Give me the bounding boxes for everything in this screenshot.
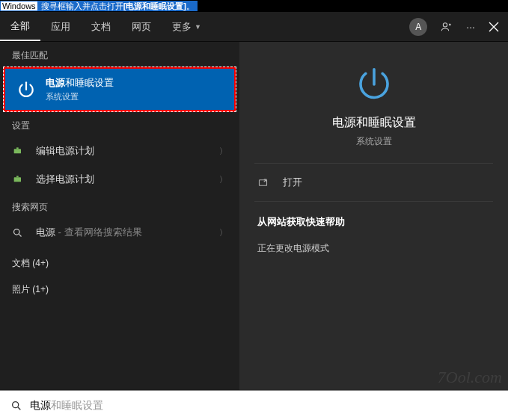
svg-rect-2: [16, 147, 19, 149]
banner-text: 搜寻框输入并点击打开[电源和睡眠设置]。: [38, 1, 198, 11]
preview-title: 电源和睡眠设置: [254, 115, 493, 131]
photos-category[interactable]: 照片 (1+): [0, 273, 239, 299]
row-label: 编辑电源计划: [36, 144, 219, 158]
settings-item-edit-plan[interactable]: 编辑电源计划 〉: [0, 137, 239, 165]
row-label: 选择电源计划: [36, 173, 219, 186]
preview-subtitle: 系统设置: [254, 135, 493, 148]
best-match-item[interactable]: 电源和睡眠设置 系统设置: [3, 67, 236, 112]
svg-point-7: [13, 401, 19, 407]
best-match-text: 电源和睡眠设置 系统设置: [46, 76, 114, 102]
tab-web[interactable]: 网页: [121, 12, 162, 41]
svg-rect-3: [14, 177, 21, 182]
chevron-down-icon: ▼: [195, 23, 201, 31]
best-match-title: 电源和睡眠设置: [46, 76, 114, 90]
help-title: 从网站获取快速帮助: [257, 215, 490, 229]
tab-apps[interactable]: 应用: [40, 12, 81, 41]
search-bar[interactable]: 电源和睡眠设置: [0, 390, 508, 420]
search-input-suggestion: 和睡眠设置: [51, 399, 103, 413]
filter-tabs: 全部 应用 文档 网页 更多 ▼: [0, 12, 212, 41]
svg-rect-1: [14, 149, 21, 153]
search-icon: [12, 227, 27, 238]
documents-category[interactable]: 文档 (4+): [0, 247, 239, 273]
open-icon: [257, 177, 275, 188]
best-match-subtitle: 系统设置: [46, 91, 114, 102]
open-label: 打开: [283, 176, 302, 189]
battery-edit-icon: [12, 145, 27, 157]
web-search-item[interactable]: 电源 - 查看网络搜索结果 〉: [0, 218, 239, 247]
results-panel: 最佳匹配 电源和睡眠设置 系统设置 设置 编辑电源计划 〉 选择电源计划 〉: [0, 42, 239, 390]
help-section: 从网站获取快速帮助 正在更改电源模式: [254, 202, 493, 271]
settings-label: 设置: [0, 112, 239, 137]
power-icon: [354, 64, 394, 105]
topbar-right: A ···: [409, 18, 508, 36]
search-input-typed: 电源: [30, 399, 51, 413]
options-icon[interactable]: ···: [466, 21, 475, 33]
top-bar: 全部 应用 文档 网页 更多 ▼ A ···: [0, 12, 508, 42]
chevron-right-icon: 〉: [219, 146, 227, 157]
search-icon: [10, 400, 22, 412]
svg-rect-4: [16, 176, 19, 177]
main-area: 最佳匹配 电源和睡眠设置 系统设置 设置 编辑电源计划 〉 选择电源计划 〉: [0, 42, 508, 390]
svg-rect-6: [260, 179, 267, 185]
row-label: 电源 - 查看网络搜索结果: [36, 226, 219, 239]
svg-point-0: [444, 22, 447, 26]
help-link[interactable]: 正在更改电源模式: [257, 239, 490, 258]
preview-header: 电源和睡眠设置 系统设置: [254, 57, 493, 164]
open-action[interactable]: 打开: [254, 164, 493, 202]
chevron-right-icon: 〉: [219, 174, 227, 185]
settings-item-choose-plan[interactable]: 选择电源计划 〉: [0, 165, 239, 194]
tab-more[interactable]: 更多 ▼: [162, 12, 212, 41]
feedback-icon[interactable]: [441, 21, 453, 33]
svg-point-5: [14, 229, 20, 235]
web-label: 搜索网页: [0, 194, 239, 218]
tab-all[interactable]: 全部: [0, 12, 40, 41]
battery-choose-icon: [12, 173, 27, 185]
preview-panel: 电源和睡眠设置 系统设置 打开 从网站获取快速帮助 正在更改电源模式: [239, 42, 508, 390]
tab-documents[interactable]: 文档: [81, 12, 121, 41]
banner-box: Windows: [0, 1, 38, 11]
user-avatar[interactable]: A: [409, 18, 427, 36]
chevron-right-icon: 〉: [219, 227, 227, 238]
best-match-label: 最佳匹配: [0, 42, 239, 67]
close-button[interactable]: [489, 22, 499, 32]
instruction-banner: Windows 搜寻框输入并点击打开[电源和睡眠设置]。: [0, 0, 198, 12]
power-icon: [16, 79, 37, 100]
